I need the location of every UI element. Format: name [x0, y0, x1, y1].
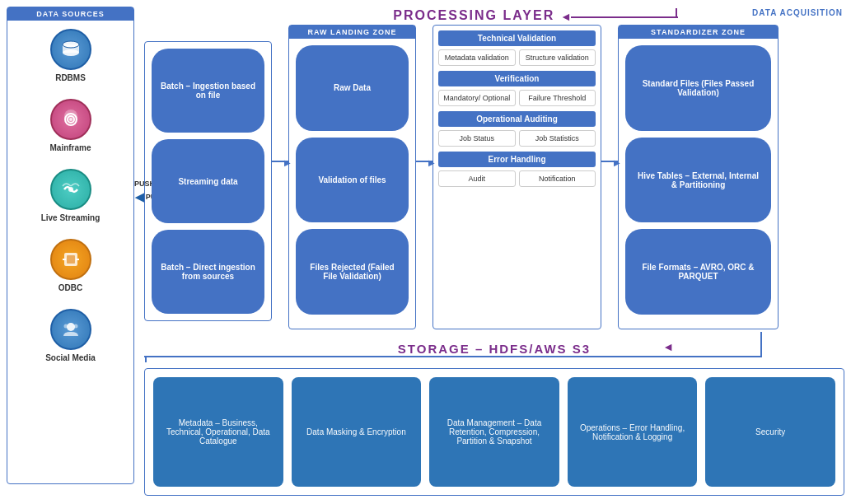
source-streaming: Live Streaming — [7, 161, 133, 231]
arrow-1: ▶ — [284, 158, 291, 167]
source-rdbms: RDBMS — [7, 21, 133, 91]
standardizer-panel: STANDARDIZER ZONE Standard Files (Files … — [618, 25, 779, 329]
odbc-svg — [59, 248, 82, 271]
job-statistics: Job Statistics — [519, 130, 596, 147]
storage-arrow-icon: ◄ — [662, 340, 674, 353]
failure-threshold: Failure Threshold — [519, 90, 596, 106]
data-acquisition-title: DATA ACQUISITION — [752, 8, 843, 17]
storage-label: STORAGE – HDFS/AWS S3 — [144, 342, 844, 356]
validation-files-box: Validation of files — [296, 138, 409, 223]
structure-validation: Structure validation — [519, 49, 596, 66]
source-odbc: ODBC — [7, 231, 133, 301]
mainframe-icon — [50, 99, 91, 140]
odbc-label: ODBC — [58, 283, 82, 292]
error-handling-header: Error Handling — [438, 152, 596, 167]
bottom-box-0: Metadata – Business, Technical, Operatio… — [153, 377, 283, 487]
main-container: PROCESSING LAYER ◄ DATA ACQUISITION DATA… — [0, 0, 851, 504]
raw-landing-panel: RAW LANDING ZONE Raw Data Validation of … — [288, 25, 416, 329]
svg-point-7 — [69, 118, 72, 121]
ingestion-box-1: Streaming data — [152, 139, 264, 223]
validation-panel: Technical Validation Metadata validation… — [433, 25, 601, 329]
verification-cols: Mandatory/ Optional Failure Threshold — [438, 90, 596, 106]
social-label: Social Media — [45, 353, 96, 362]
rdbms-icon — [50, 29, 91, 70]
file-formats-box: File Formats – AVRO, ORC & PARQUET — [625, 229, 771, 315]
mandatory-optional: Mandatory/ Optional — [438, 90, 516, 106]
standardizer-body: Standard Files (Files Passed Validation)… — [619, 39, 778, 321]
streaming-svg — [59, 178, 82, 201]
pull-arrow-icon: ◀ — [135, 190, 144, 203]
streaming-icon — [50, 169, 91, 210]
bottom-box-3: Operations – Error Handling, Notificatio… — [568, 377, 698, 487]
mainframe-svg — [59, 108, 82, 131]
horiz-connector-bottom — [144, 356, 762, 357]
ingestion-panel: Batch – Ingestion based on file Streamin… — [144, 41, 272, 321]
data-sources-panel: DATA SOURCES RDBMS — [7, 7, 134, 484]
streaming-label: Live Streaming — [41, 213, 101, 222]
raw-landing-body: Raw Data Validation of files Files Rejec… — [289, 39, 415, 321]
source-social: Social Media — [7, 301, 133, 371]
vert-connector-left — [145, 356, 147, 362]
bottom-box-2: Data Management – Data Retention, Compre… — [429, 377, 559, 487]
data-sources-title: DATA SOURCES — [7, 7, 133, 21]
hive-tables-box: Hive Tables – External, Internal & Parti… — [625, 138, 771, 223]
social-svg — [59, 318, 82, 341]
operational-auditing-cols: Job Status Job Statistics — [438, 130, 596, 147]
operational-auditing-header: Operational Auditing — [438, 111, 596, 127]
svg-point-2 — [63, 49, 79, 56]
bottom-box-4: Security — [705, 377, 835, 487]
tech-validation-header: Technical Validation — [438, 30, 596, 46]
social-icon — [50, 309, 91, 350]
processing-arrow: ◄ — [560, 10, 572, 23]
svg-point-14 — [63, 324, 68, 329]
audit: Audit — [438, 170, 516, 187]
ingestion-box-2: Batch – Direct ingestion from sources — [152, 230, 264, 314]
odbc-icon — [50, 239, 91, 280]
svg-point-13 — [67, 323, 75, 331]
job-status: Job Status — [438, 130, 516, 147]
source-mainframe: Mainframe — [7, 91, 133, 161]
svg-rect-10 — [67, 255, 75, 264]
top-vert-line — [676, 8, 677, 18]
bottom-box-1: Data Masking & Encryption — [292, 377, 422, 487]
processing-layer-title: PROCESSING LAYER — [393, 8, 554, 23]
svg-point-15 — [73, 324, 77, 329]
ingestion-box-0: Batch – Ingestion based on file — [152, 49, 264, 133]
metadata-validation: Metadata validation — [438, 49, 516, 66]
mainframe-label: Mainframe — [49, 143, 91, 152]
raw-data-box: Raw Data — [296, 45, 409, 131]
vert-connector-right — [760, 332, 762, 357]
files-rejected-box: Files Rejected (Failed File Validation) — [296, 229, 409, 315]
tech-validation-cols: Metadata validation Structure validation — [438, 49, 596, 66]
rdbms-label: RDBMS — [55, 73, 86, 82]
arrow-3: ▶ — [614, 158, 620, 167]
rdbms-svg — [59, 38, 82, 61]
raw-landing-title: RAW LANDING ZONE — [289, 26, 415, 39]
verification-header: Verification — [438, 71, 596, 86]
arrow-2: ▶ — [428, 158, 435, 167]
notification: Notification — [519, 170, 596, 187]
error-handling-cols: Audit Notification — [438, 170, 596, 187]
standardizer-title: STANDARDIZER ZONE — [619, 26, 778, 39]
top-line — [571, 16, 678, 18]
standard-files-box: Standard Files (Files Passed Validation) — [625, 45, 771, 131]
flow-area: Batch – Ingestion based on file Streamin… — [144, 25, 844, 350]
svg-point-8 — [68, 187, 73, 192]
bottom-panel: Metadata – Business, Technical, Operatio… — [144, 368, 844, 496]
